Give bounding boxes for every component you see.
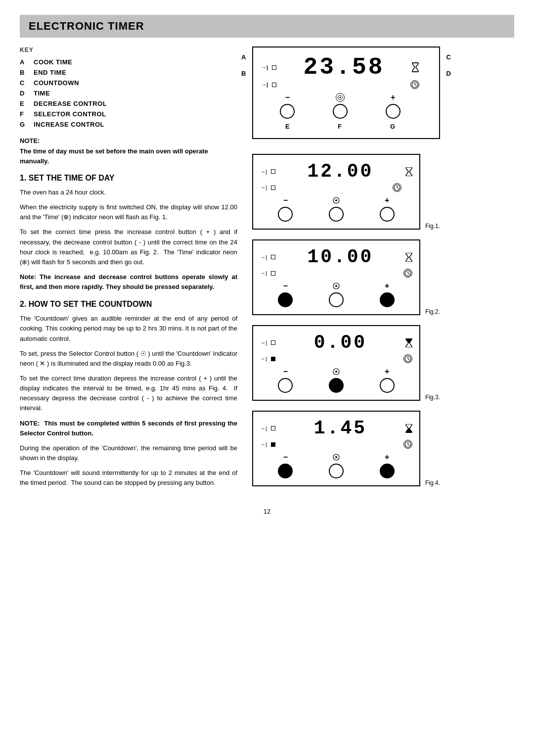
sq-a1 — [272, 65, 276, 70]
fig4-inc-btn[interactable]: + — [380, 453, 395, 478]
fig3-sq2 — [271, 357, 275, 361]
page: ELECTRONIC TIMER KEY A COOK TIME B END T… — [0, 0, 534, 756]
svg-point-20 — [335, 285, 337, 287]
fig1-dec-circle[interactable] — [278, 207, 293, 222]
fig3-sel-circle[interactable] — [329, 378, 344, 393]
key-letter-f: F — [20, 110, 28, 118]
fig4-wrapper: →| 1.45 →| — [252, 411, 440, 486]
fig1-sel-btn[interactable] — [329, 196, 344, 222]
fig1-sq2 — [271, 186, 275, 190]
fig3-dec-btn[interactable]: − — [278, 367, 293, 393]
fig2-diagram: →| 10.00 →| — [252, 239, 420, 315]
section-1: 1. SET THE TIME OF DAY The oven has a 24… — [20, 174, 237, 292]
key-text-b: END TIME — [34, 69, 66, 76]
key-text-e: DECREASE CONTROL — [34, 100, 107, 107]
section-2-para-5: The 'Countdown' will sound intermittentl… — [20, 468, 237, 488]
main-diagram-wrapper: →| 23.58 — [252, 47, 440, 139]
selector-symbol-main — [336, 93, 345, 102]
page-number: 12 — [20, 508, 514, 515]
key-item-f: F SELECTOR CONTROL — [20, 110, 237, 118]
note-label: NOTE: — [20, 137, 237, 144]
arrow-a: →| — [261, 64, 268, 70]
fig1-arrow1: →| — [260, 169, 267, 175]
fig2-time: 10.00 — [279, 246, 401, 268]
fig4-sq2 — [271, 442, 275, 447]
fig1-sel-circle[interactable] — [329, 207, 344, 222]
svg-point-27 — [335, 371, 337, 373]
fig4-dec-btn[interactable]: − — [278, 453, 293, 478]
label-g: G — [390, 123, 395, 130]
label-f: F — [338, 123, 342, 130]
key-item-b: B END TIME — [20, 69, 237, 76]
decrease-circle-main[interactable] — [280, 104, 295, 119]
key-label: KEY — [20, 47, 237, 53]
fig3-inc-btn[interactable]: + — [380, 367, 395, 393]
fig3-sel-btn[interactable] — [329, 367, 344, 393]
fig3-dec-circle[interactable] — [278, 378, 293, 393]
increase-circle-main[interactable] — [386, 104, 400, 119]
fig3-time: 0.00 — [279, 332, 401, 353]
key-text-c: COUNTDOWN — [34, 79, 79, 87]
fig2-clock — [403, 269, 412, 278]
fig2-inc-btn[interactable]: + — [380, 282, 395, 307]
key-item-g: G INCREASE CONTROL — [20, 121, 237, 128]
fig2-label: Fig.2. — [425, 308, 440, 315]
label-b-left: B — [241, 70, 246, 77]
fig4-sel-symbol — [332, 453, 341, 462]
section-2-para-1: The 'Countdown' gives an audible reminde… — [20, 314, 237, 343]
fig1-arrow2: →| — [260, 185, 267, 190]
section-1-heading: 1. SET THE TIME OF DAY — [20, 174, 237, 183]
section-2-note: NOTE: This must be completed within 5 se… — [20, 419, 237, 438]
selector-ctrl-main[interactable] — [333, 93, 348, 119]
fig1-dec-btn[interactable]: − — [278, 196, 293, 222]
fig4-sel-circle[interactable] — [329, 464, 344, 478]
fig3-inc-circle[interactable] — [380, 378, 395, 393]
fig3-label: Fig.3. — [425, 394, 440, 401]
decrease-ctrl-main[interactable]: − — [280, 93, 295, 119]
sq-b1 — [272, 83, 276, 87]
key-item-c: C COUNTDOWN — [20, 79, 237, 87]
fig4-sq1 — [271, 426, 275, 430]
svg-line-25 — [408, 359, 409, 360]
right-side-labels: C D — [446, 53, 451, 77]
note-text: The time of day must be set before the m… — [20, 146, 237, 166]
left-side-labels: A B — [241, 53, 246, 77]
section-2-para-3: To set the correct time duration depress… — [20, 374, 237, 414]
fig3-arrow2: →| — [260, 356, 267, 362]
fig2-dec-circle[interactable] — [278, 292, 293, 307]
fig1-inc-btn[interactable]: + — [380, 196, 395, 222]
key-letter-d: D — [20, 90, 28, 97]
fig4-time: 1.45 — [279, 418, 401, 439]
fig4-diagram: →| 1.45 →| — [252, 411, 420, 486]
svg-point-34 — [335, 456, 337, 458]
fig3-wrapper: →| 0.00 →| — [252, 325, 440, 401]
increase-ctrl-main[interactable]: + — [386, 93, 400, 119]
svg-point-14 — [335, 199, 337, 201]
fig2-sq2 — [271, 271, 275, 276]
fig1-label: Fig.1. — [425, 223, 440, 230]
svg-marker-15 — [406, 253, 412, 262]
fig1-time: 12.00 — [279, 161, 401, 182]
fig2-inc-circle[interactable] — [380, 292, 395, 307]
fig4-sel-btn[interactable] — [329, 453, 344, 478]
fig2-sel-circle[interactable] — [329, 292, 344, 307]
fig4-dec-circle[interactable] — [278, 464, 293, 478]
main-diagram-labels: E F G — [261, 123, 419, 130]
selector-circle-main[interactable] — [333, 104, 348, 119]
fig2-sel-btn[interactable] — [329, 282, 344, 307]
fig3-sq1 — [271, 340, 275, 345]
fig4-hourglass — [405, 424, 412, 433]
fig4-inc-circle[interactable] — [380, 464, 395, 478]
fig1-hourglass — [405, 167, 412, 176]
key-letter-b: B — [20, 69, 28, 76]
key-item-e: E DECREASE CONTROL — [20, 100, 237, 107]
section-2-para-2: To set, press the Selector Control butto… — [20, 349, 237, 369]
fig3-sel-symbol — [332, 367, 341, 376]
key-letter-a: A — [20, 58, 28, 66]
fig2-dec-btn[interactable]: − — [278, 282, 293, 307]
svg-line-18 — [408, 273, 409, 274]
label-c-right: C — [446, 53, 451, 61]
fig1-inc-circle[interactable] — [380, 207, 395, 222]
main-diagram: →| 23.58 — [252, 47, 440, 139]
fig1-clock — [393, 183, 401, 192]
